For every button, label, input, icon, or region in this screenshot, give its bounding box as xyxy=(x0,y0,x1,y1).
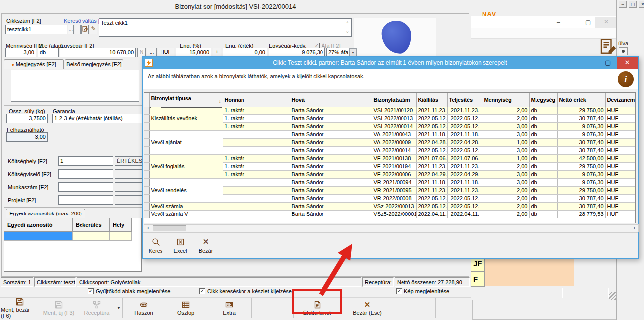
outer-minimize-icon[interactable]: – xyxy=(619,1,627,8)
keres-button[interactable]: Keres xyxy=(145,235,166,256)
table-row[interactable]: Vevői rendelésBarta SándorVR-2021/000942… xyxy=(144,178,635,186)
kep-checkbox-row[interactable]: ✓ Kép megjelenítése xyxy=(396,288,449,294)
table-row[interactable]: Kiszállítás vevőnek1. raktárBarta Sándor… xyxy=(144,107,635,114)
egyedi-cell[interactable] xyxy=(110,232,132,241)
group-cell[interactable]: Vevői rendelés xyxy=(149,178,223,202)
header-netto-ertek[interactable]: Nettó érték xyxy=(557,93,605,107)
gyujtokod-checkbox-row[interactable]: ✓ Gyűjtőkód ablak megjelenítése xyxy=(88,288,170,294)
kep-checkbox-label: Kép megjelenítése xyxy=(404,288,449,294)
header-mennyiseg[interactable]: Mennyiség xyxy=(483,93,529,107)
munkaszam-input[interactable] xyxy=(58,182,113,192)
receptura-button[interactable]: Receptúra xyxy=(79,298,115,318)
background-bottom-panel xyxy=(472,300,618,320)
cikk-kereses-checkbox[interactable]: ✓ xyxy=(199,288,205,294)
row-selector[interactable] xyxy=(144,170,149,178)
table-row[interactable]: Vevői számla VBarta SándorVSz5-2022/0000… xyxy=(144,210,635,218)
scrollbar-thumb[interactable] xyxy=(153,225,186,231)
popup-titlebar[interactable]: Cikk: Teszt cikk1 partner: Barta Sándor … xyxy=(143,57,638,69)
group-cell[interactable]: Vevői foglalás xyxy=(149,154,223,178)
cikkszam-input[interactable]: tesztcikk1 xyxy=(5,25,67,34)
row-selector[interactable] xyxy=(144,138,149,146)
table-row[interactable]: Vevői számlaBarta SándorVSz-2022/0001320… xyxy=(144,202,635,210)
group-cell[interactable]: Vevői számla V xyxy=(149,210,223,218)
koltsegviselo-input[interactable] xyxy=(58,169,113,179)
row-selector[interactable] xyxy=(144,210,149,218)
receptura-dropdown-icon[interactable]: ▼ xyxy=(115,298,122,318)
egyedi-header-azonosito[interactable]: Egyedi azonosító xyxy=(4,218,73,232)
note-edit-icon[interactable] xyxy=(81,25,89,34)
row-selector[interactable] xyxy=(144,162,149,170)
blank-button[interactable] xyxy=(75,25,80,34)
afa-dropdown-icon[interactable]: ▼ xyxy=(349,48,357,57)
tab-belso-megjegyzes[interactable]: Belső megjegyzés [F2] xyxy=(65,59,123,69)
minimize-icon[interactable]: – xyxy=(557,19,560,26)
egysegar-input[interactable]: 10 678,00 xyxy=(60,48,136,57)
header-bizonylatszam[interactable]: Bizonylatszám xyxy=(372,93,416,107)
oszlop-button[interactable]: Oszlop xyxy=(166,298,206,318)
info-icon[interactable]: i xyxy=(618,71,634,87)
scroll-left-icon[interactable]: ‹ xyxy=(144,225,152,232)
pencil-icon[interactable]: ✎ xyxy=(90,25,97,34)
popup-minimize-icon[interactable]: – xyxy=(592,59,596,66)
bezar-esc-button[interactable]: ✕ Bezár (Esc) xyxy=(343,298,392,318)
egyedi-selected-cell[interactable] xyxy=(4,232,73,241)
row-selector[interactable] xyxy=(144,154,149,162)
lookup-ellipsis-button[interactable]: ... xyxy=(68,25,74,34)
row-selector[interactable] xyxy=(144,194,149,202)
popup-maximize-icon[interactable]: ▢ xyxy=(605,59,611,66)
ossz-suly-input[interactable]: 3,7500 xyxy=(6,114,48,123)
tab-megjegyzes[interactable]: ●Megjegyzés [F2] xyxy=(4,59,64,69)
row-selector[interactable] xyxy=(144,114,149,122)
outer-close-icon[interactable]: ✕ xyxy=(639,1,644,8)
header-megyseg[interactable]: M.egység xyxy=(529,93,557,107)
extra-button[interactable]: Extra xyxy=(208,298,250,318)
maximize-icon[interactable]: ▢ xyxy=(585,19,591,26)
haszon-button[interactable]: Haszon xyxy=(123,298,164,318)
koltseghely-input[interactable]: 1 xyxy=(58,156,113,166)
ment-uj-button[interactable]: Ment, új (F3) xyxy=(40,298,78,318)
me-alap-input[interactable]: db xyxy=(38,48,59,57)
row-selector[interactable] xyxy=(144,107,149,114)
row-selector[interactable] xyxy=(144,130,149,138)
header-bizonylat-tipusa[interactable]: Bizonylat típusa↓ xyxy=(149,93,223,107)
ment-bezar-button[interactable]: Ment, bezár (F6) xyxy=(1,298,39,318)
megjegyzes-textarea[interactable] xyxy=(11,70,139,102)
table-row[interactable]: Vevői foglalás1. raktárBarta SándorVF-20… xyxy=(144,154,635,162)
projekt-input[interactable] xyxy=(58,195,113,205)
gyujtokod-checkbox[interactable]: ✓ xyxy=(88,288,94,294)
row-selector[interactable] xyxy=(144,178,149,186)
popup-bezar-button[interactable]: ✕ Bezár xyxy=(194,235,217,256)
egyedi-header-bekerules[interactable]: Bekerülés xyxy=(73,218,110,232)
cikk-kereses-checkbox-row[interactable]: ✓ Cikk kereséskor a készlet kijelzése xyxy=(199,288,292,294)
row-selector[interactable] xyxy=(144,202,149,210)
popup-close-button[interactable]: ✕ xyxy=(617,57,638,69)
outer-restore-icon[interactable]: ▢ xyxy=(629,1,637,8)
header-hova[interactable]: Hová xyxy=(290,93,372,107)
header-kiallitas[interactable]: Kiállítás xyxy=(416,93,447,107)
row-selector[interactable] xyxy=(144,146,149,154)
scroll-right-icon[interactable]: › xyxy=(630,225,638,232)
group-cell[interactable]: Vevői számla xyxy=(149,202,223,210)
excel-button[interactable]: Excel xyxy=(169,235,191,256)
mennyiseg-input[interactable]: 3,00 xyxy=(5,48,36,57)
scroll-down-icon[interactable]: ˅ xyxy=(346,30,349,35)
close-icon[interactable]: ✕ xyxy=(595,17,617,28)
row-selector[interactable] xyxy=(144,122,149,130)
tab-egyedi-azonositok[interactable]: Egyedi azonosítók (max. 200) xyxy=(6,209,85,218)
camera-icon[interactable] xyxy=(619,47,628,55)
header-teljesites[interactable]: Teljesítés xyxy=(447,93,483,107)
header-honnan[interactable]: Honnan xyxy=(223,93,290,107)
kep-checkbox[interactable]: ✓ xyxy=(396,288,402,294)
sort-descending-icon[interactable]: ↓ xyxy=(219,98,221,104)
row-selector[interactable] xyxy=(144,186,149,194)
scroll-up-icon[interactable]: ˄ xyxy=(346,20,349,25)
description-textarea[interactable]: Teszt cikk1 xyxy=(99,18,352,37)
table-row[interactable]: Vevői ajánlatBarta SándorVA-2021/0004320… xyxy=(144,130,635,138)
group-cell[interactable]: Vevői ajánlat xyxy=(149,130,223,154)
group-cell[interactable]: Kiszállítás vevőnek xyxy=(149,107,223,130)
egyedi-cell[interactable] xyxy=(73,232,110,241)
horizontal-scrollbar[interactable]: ‹ › xyxy=(144,224,639,232)
garancia-select[interactable]: 1-2-3 év (értékhatár jótállás) xyxy=(52,114,152,123)
egyedi-header-hely[interactable]: Hely xyxy=(110,218,132,232)
header-devizanem[interactable]: Devizanem xyxy=(605,93,635,107)
